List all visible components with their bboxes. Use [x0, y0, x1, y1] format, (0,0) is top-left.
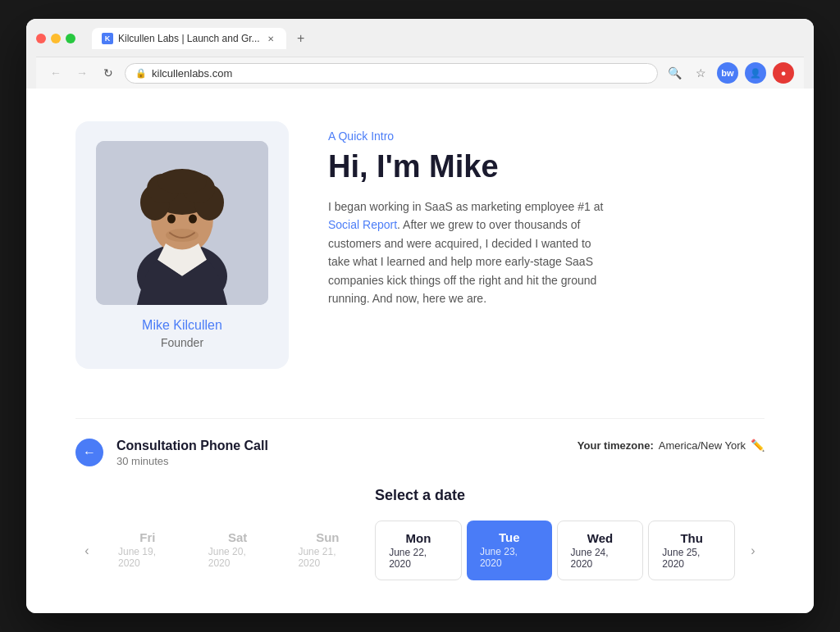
date-item-sat[interactable]: Sat June 20, 2020	[195, 521, 281, 580]
date-day-sun: Sun	[316, 530, 339, 544]
date-strip: Fri June 19, 2020 Sat June 20, 2020 Sun …	[105, 521, 735, 580]
timezone-label: Your timezone:	[578, 439, 654, 452]
booking-duration: 30 minutes	[116, 455, 578, 467]
browser-chrome: K Kilcullen Labs | Launch and Gr... ✕ + …	[26, 19, 814, 89]
minimize-traffic-light[interactable]	[51, 34, 61, 43]
booking-title: Consultation Phone Call	[116, 439, 578, 453]
booking-header: ← Consultation Phone Call 30 minutes You…	[75, 439, 765, 467]
calendar-prev-button[interactable]: ‹	[75, 539, 98, 562]
date-full-sun: June 21, 2020	[298, 546, 357, 569]
traffic-lights	[36, 34, 75, 43]
tab-title: Kilcullen Labs | Launch and Gr...	[118, 33, 260, 44]
forward-button[interactable]: →	[72, 63, 92, 83]
date-item-thu[interactable]: Thu June 25, 2020	[648, 521, 735, 580]
date-day-thu: Thu	[680, 531, 703, 545]
select-date-heading: Select a date	[75, 487, 765, 504]
intro-text: A Quick Intro Hi, I'm Mike I began worki…	[328, 121, 765, 369]
reload-button[interactable]: ↻	[98, 63, 118, 83]
page-content: Mike Kilcullen Founder A Quick Intro Hi,…	[26, 89, 814, 613]
intro-section: Mike Kilcullen Founder A Quick Intro Hi,…	[75, 121, 765, 369]
search-icon[interactable]: 🔍	[664, 63, 684, 83]
profile-avatar-user[interactable]: 👤	[745, 62, 766, 84]
tabs-bar: K Kilcullen Labs | Launch and Gr... ✕ +	[92, 27, 313, 50]
profile-role: Founder	[161, 336, 203, 349]
date-item-mon[interactable]: Mon June 22, 2020	[375, 521, 462, 580]
booking-section: ← Consultation Phone Call 30 minutes You…	[75, 418, 765, 580]
date-item-tue[interactable]: Tue June 23, 2020	[467, 521, 552, 580]
date-item-wed[interactable]: Wed June 24, 2020	[557, 521, 644, 580]
quick-intro-label: A Quick Intro	[328, 130, 765, 143]
tab-favicon: K	[102, 33, 113, 44]
profile-avatar-bw[interactable]: bw	[717, 62, 738, 84]
svg-point-10	[167, 215, 176, 224]
browser-toolbar: ← → ↻ 🔒 kilcullenlabs.com 🔍 ☆ bw 👤 ●	[36, 57, 804, 89]
date-item-fri[interactable]: Fri June 19, 2020	[105, 521, 190, 580]
back-button[interactable]: ←	[75, 439, 103, 466]
date-full-sat: June 20, 2020	[208, 546, 267, 569]
timezone-value: America/New York	[659, 439, 746, 452]
date-full-wed: June 24, 2020	[571, 547, 630, 570]
profile-image	[96, 141, 268, 305]
date-item-sun[interactable]: Sun June 21, 2020	[285, 521, 370, 580]
tab-close-button[interactable]: ✕	[265, 33, 276, 44]
profile-avatar-app[interactable]: ●	[773, 62, 794, 84]
date-day-mon: Mon	[406, 531, 431, 545]
date-full-thu: June 25, 2020	[662, 547, 721, 570]
svg-point-9	[158, 170, 207, 194]
toolbar-actions: 🔍 ☆ bw 👤 ●	[664, 62, 794, 84]
browser-window: K Kilcullen Labs | Launch and Gr... ✕ + …	[26, 19, 814, 613]
date-day-wed: Wed	[587, 531, 613, 545]
new-tab-button[interactable]: +	[290, 27, 313, 50]
intro-body: I began working in SaaS as marketing emp…	[328, 198, 607, 307]
booking-info: Consultation Phone Call 30 minutes	[116, 439, 578, 467]
back-button[interactable]: ←	[46, 63, 66, 83]
browser-tab[interactable]: K Kilcullen Labs | Launch and Gr... ✕	[92, 28, 286, 49]
svg-point-11	[189, 215, 197, 224]
calendar-next-button[interactable]: ›	[742, 539, 765, 562]
profile-name: Mike Kilcullen	[142, 318, 222, 333]
calendar-nav: ‹ Fri June 19, 2020 Sat June 20, 2020 Su…	[75, 521, 765, 580]
date-full-fri: June 19, 2020	[118, 546, 177, 569]
bookmark-icon[interactable]: ☆	[691, 63, 710, 83]
address-bar[interactable]: 🔒 kilcullenlabs.com	[125, 63, 658, 84]
social-report-link[interactable]: Social Report	[328, 218, 397, 231]
browser-titlebar: K Kilcullen Labs | Launch and Gr... ✕ +	[36, 27, 804, 50]
date-day-tue: Tue	[499, 530, 520, 544]
maximize-traffic-light[interactable]	[66, 34, 75, 43]
date-day-fri: Fri	[139, 530, 155, 544]
date-day-sat: Sat	[228, 530, 247, 544]
lock-icon: 🔒	[135, 68, 147, 79]
date-full-tue: June 23, 2020	[480, 546, 539, 569]
url-text: kilcullenlabs.com	[152, 67, 232, 80]
profile-card: Mike Kilcullen Founder	[75, 121, 289, 369]
close-traffic-light[interactable]	[36, 34, 46, 43]
timezone-info: Your timezone: America/New York ✏️	[578, 439, 765, 452]
date-full-mon: June 22, 2020	[389, 547, 448, 570]
edit-timezone-icon[interactable]: ✏️	[751, 439, 765, 452]
intro-heading: Hi, I'm Mike	[328, 149, 765, 184]
svg-point-12	[166, 229, 199, 242]
intro-body-text1: I began working in SaaS as marketing emp…	[328, 200, 603, 213]
